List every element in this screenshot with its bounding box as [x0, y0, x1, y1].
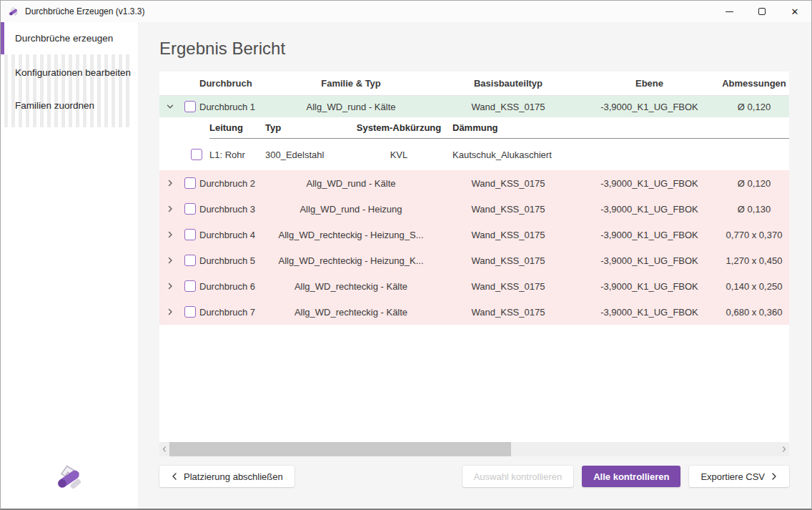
row-abmessungen: 1,270 x 0,450	[719, 255, 789, 266]
table-row[interactable]: Durchbruch 6 Allg_WD_rechteckig - Kälte …	[159, 273, 789, 299]
chevron-right-icon	[781, 446, 787, 453]
row-label: Durchbruch 5	[199, 255, 265, 266]
table-row[interactable]: Durchbruch 3 Allg_WD_rund - Heizung Wand…	[159, 196, 789, 222]
sidebar-item-konfigurationen-bearbeiten[interactable]: Konfigurationen bearbeiten	[1, 56, 133, 89]
title-bar: Durchbrüche Erzeugen (v1.3.3) ✕	[1, 1, 811, 22]
scrollbar-thumb[interactable]	[169, 442, 511, 456]
col-header-ebene: Ebene	[580, 78, 719, 89]
scrollbar-track[interactable]	[169, 442, 779, 456]
chevron-right-icon	[166, 282, 174, 290]
minimize-button[interactable]	[713, 1, 746, 22]
app-logo-icon	[8, 6, 19, 17]
row-familie: Allg_WD_rund - Kälte	[265, 178, 437, 189]
table-row[interactable]: Durchbruch 4 Allg_WD_rechteckig - Heizun…	[159, 222, 789, 247]
close-button[interactable]: ✕	[778, 1, 811, 22]
chevron-right-icon	[166, 230, 174, 239]
row-abmessungen: 0,680 x 0,360	[719, 307, 789, 318]
expand-row-button[interactable]	[159, 230, 181, 239]
row-ebene: -3,9000_K1_UG_FBOK	[580, 204, 719, 215]
row-basisbauteiltyp: Wand_KSS_0175	[437, 204, 580, 215]
sidebar-item-familien-zuordnen[interactable]: Familien zuordnen	[1, 89, 133, 122]
row-ebene: -3,9000_K1_UG_FBOK	[580, 255, 719, 266]
row-label: Durchbruch 6	[199, 281, 265, 292]
row-ebene: -3,9000_K1_UG_FBOK	[580, 307, 719, 318]
close-icon: ✕	[791, 7, 799, 16]
expand-row-button[interactable]	[159, 256, 181, 265]
chevron-left-icon	[162, 446, 167, 453]
row-basisbauteiltyp: Wand_KSS_0175	[437, 102, 580, 112]
col-header-durchbruch: Durchbruch	[199, 78, 265, 89]
app-logo-icon	[54, 461, 85, 493]
table-row[interactable]: Durchbruch 7 Allg_WD_rechteckig - Kälte …	[159, 299, 789, 325]
table-row[interactable]: Durchbruch 1 Allg_WD_rund - Kälte Wand_K…	[159, 96, 789, 117]
subtable-row[interactable]: L1: Rohr 300_Edelstahl KVL Kautschuk_Alu…	[159, 139, 789, 170]
subtable: Leitung Typ System-Abkürzung Dämmung L1:…	[159, 117, 789, 170]
expand-row-button[interactable]	[159, 308, 181, 316]
col-header-basisbauteiltyp: Basisbauteiltyp	[437, 78, 580, 89]
export-csv-button[interactable]: Exportiere CSV	[689, 466, 789, 487]
chevron-right-icon	[166, 205, 174, 213]
subcol-header-daemmung: Dämmung	[452, 117, 789, 139]
row-ebene: -3,9000_K1_UG_FBOK	[580, 178, 719, 189]
row-basisbauteiltyp: Wand_KSS_0175	[437, 281, 580, 292]
subrow-daemmung: Kautschuk_Alukaschiert	[452, 149, 789, 160]
row-label: Durchbruch 2	[199, 178, 265, 189]
chevron-right-icon	[166, 308, 174, 316]
row-familie: Allg_WD_rund - Kälte	[265, 102, 437, 112]
col-header-familie-typ: Familie & Typ	[265, 78, 437, 89]
expand-row-button[interactable]	[159, 179, 181, 187]
app-window: Durchbrüche Erzeugen (v1.3.3) ✕ Durchbrü…	[0, 0, 812, 510]
row-checkbox[interactable]	[184, 280, 196, 292]
row-abmessungen: Ø 0,130	[719, 204, 789, 215]
export-csv-label: Exportiere CSV	[700, 471, 765, 482]
check-selection-label: Auswahl kontrollieren	[474, 471, 563, 482]
expand-row-button[interactable]	[159, 282, 181, 290]
subrow-system: KVL	[345, 149, 452, 160]
row-familie: Allg_WD_rund - Heizung	[265, 204, 437, 215]
table-row[interactable]: Durchbruch 2 Allg_WD_rund - Kälte Wand_K…	[159, 170, 789, 196]
scroll-left-button[interactable]	[159, 446, 169, 453]
collapse-row-button[interactable]	[159, 102, 181, 111]
maximize-button[interactable]	[746, 1, 778, 22]
table-header-row: Durchbruch Familie & Typ Basisbauteiltyp…	[159, 72, 789, 96]
subrow-leitung: L1: Rohr	[209, 149, 265, 160]
row-checkbox[interactable]	[184, 177, 196, 189]
row-checkbox[interactable]	[184, 306, 196, 318]
row-basisbauteiltyp: Wand_KSS_0175	[437, 230, 580, 240]
subcol-header-system-abkuerzung: System-Abkürzung	[345, 117, 452, 139]
scroll-right-button[interactable]	[779, 446, 789, 453]
chevron-right-icon	[771, 472, 778, 481]
subrow-typ: 300_Edelstahl	[265, 149, 345, 160]
page-title: Ergebnis Bericht	[159, 39, 789, 59]
check-selection-button[interactable]: Auswahl kontrollieren	[462, 466, 574, 487]
sidebar-item-durchbrueche-erzeugen[interactable]: Durchbrüche erzeugen	[1, 22, 138, 54]
sidebar-disabled-group: Konfigurationen bearbeiten Familien zuor…	[1, 54, 133, 127]
row-familie: Allg_WD_rechteckig - Heizung_S...	[265, 230, 437, 240]
table-row[interactable]: Durchbruch 5 Allg_WD_rechteckig - Heizun…	[159, 247, 789, 273]
row-checkbox[interactable]	[184, 203, 196, 215]
subcol-header-typ: Typ	[265, 117, 345, 139]
row-familie: Allg_WD_rechteckig - Kälte	[265, 281, 437, 292]
row-label: Durchbruch 4	[199, 230, 265, 240]
chevron-right-icon	[166, 179, 174, 187]
subrow-checkbox[interactable]	[191, 149, 202, 160]
row-ebene: -3,9000_K1_UG_FBOK	[580, 281, 719, 292]
row-basisbauteiltyp: Wand_KSS_0175	[437, 178, 580, 189]
chevron-right-icon	[166, 256, 174, 265]
row-checkbox[interactable]	[184, 229, 196, 240]
expand-row-button[interactable]	[159, 205, 181, 213]
check-all-button[interactable]: Alle kontrollieren	[582, 466, 680, 487]
check-all-label: Alle kontrollieren	[593, 471, 669, 482]
finish-placement-button[interactable]: Platzierung abschließen	[159, 466, 294, 487]
row-ebene: -3,9000_K1_UG_FBOK	[580, 102, 719, 112]
horizontal-scrollbar[interactable]	[159, 442, 789, 456]
footer-actions: Platzierung abschließen Auswahl kontroll…	[159, 466, 789, 487]
row-checkbox[interactable]	[184, 101, 196, 112]
window-title: Durchbrüche Erzeugen (v1.3.3)	[25, 6, 144, 16]
row-basisbauteiltyp: Wand_KSS_0175	[437, 255, 580, 266]
sidebar-item-label: Konfigurationen bearbeiten	[15, 67, 131, 78]
row-basisbauteiltyp: Wand_KSS_0175	[437, 307, 580, 318]
row-checkbox[interactable]	[184, 255, 196, 266]
finish-placement-label: Platzierung abschließen	[184, 471, 283, 482]
row-familie: Allg_WD_rechteckig - Heizung_K...	[265, 255, 437, 266]
